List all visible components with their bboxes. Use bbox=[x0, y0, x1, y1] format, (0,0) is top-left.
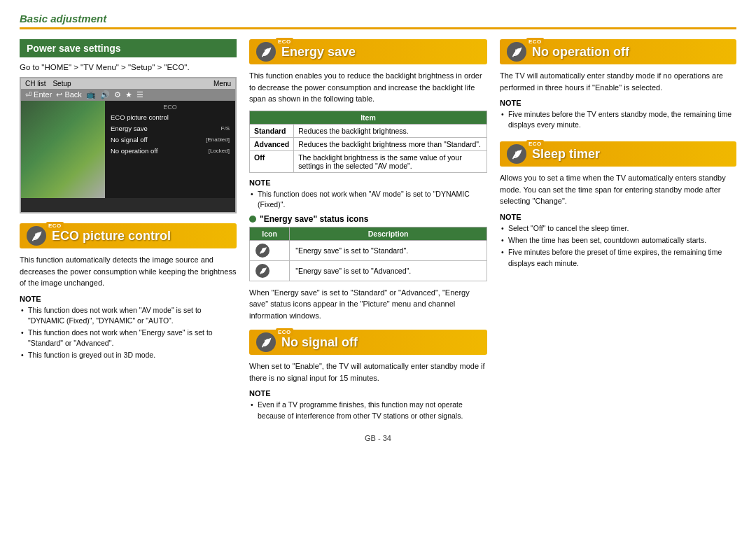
icon2: 🔊 bbox=[100, 90, 110, 99]
energy-table-header: Item bbox=[250, 111, 487, 124]
eco-picture-control-header: ECO ECO picture control bbox=[20, 223, 237, 248]
no-operation-off-title: No operation off bbox=[532, 45, 629, 59]
no-signal-off-title: No signal off bbox=[281, 335, 358, 350]
eco-leaf-icon-sleep bbox=[507, 144, 526, 164]
setup-label: Setup bbox=[52, 80, 71, 87]
no-operation-off-header: ECO No operation off bbox=[500, 39, 736, 64]
eco-picture-control-title: ECO picture control bbox=[52, 229, 171, 244]
no-signal-off-header: ECO No signal off bbox=[249, 330, 487, 355]
middle-column: ECO Energy save This function enables yo… bbox=[249, 39, 487, 423]
off-label: Off bbox=[250, 150, 294, 172]
icon-advanced bbox=[250, 260, 290, 281]
energy-status-title: "Energy save" status icons bbox=[249, 214, 487, 224]
eco-leaf-icon-energy bbox=[256, 42, 276, 62]
section-heading: Basic adjustment bbox=[20, 13, 736, 29]
eco-picture-note-2: This function does not work when "Energy… bbox=[20, 328, 237, 349]
energy-save-note-1: This function does not work when "AV mod… bbox=[249, 189, 487, 210]
table-row-advanced: Advanced Reduces the backlight brightnes… bbox=[250, 137, 487, 150]
eco-badge-picture: ECO bbox=[46, 222, 64, 230]
menu-label: Menu bbox=[214, 80, 231, 87]
tv-menu-icon-row: ⏎ Enter ↩ Back 📺 🔊 ⚙ ★ ☰ bbox=[21, 89, 235, 101]
power-save-title: Power save settings bbox=[20, 39, 237, 57]
left-column: Power save settings Go to "HOME" > "TV M… bbox=[20, 39, 237, 363]
icon4: ★ bbox=[125, 90, 132, 99]
advanced-desc: Reduces the backlight brightness more th… bbox=[294, 137, 487, 150]
no-operation-label: No operation off bbox=[111, 147, 158, 155]
eco-badge-operation: ECO bbox=[526, 38, 544, 45]
energy-status-body: When "Energy save" is set to "Standard" … bbox=[249, 287, 487, 322]
icon-row-standard: "Energy save" is set to "Standard". bbox=[250, 240, 487, 260]
tv-menu-item-no-signal: No signal off [Enabled] bbox=[108, 134, 232, 145]
leaf-icon-advanced bbox=[255, 264, 270, 278]
no-signal-note-title: NOTE bbox=[249, 389, 487, 398]
energy-save-table: Item Standard Reduces the backlight brig… bbox=[249, 111, 487, 173]
icon1: 📺 bbox=[86, 90, 96, 99]
no-signal-label: No signal off bbox=[111, 136, 148, 143]
energy-save-title: Energy save bbox=[281, 45, 356, 59]
eco-badge-signal: ECO bbox=[276, 328, 293, 336]
main-columns: Power save settings Go to "HOME" > "TV M… bbox=[20, 39, 736, 423]
tv-menu-item-eco-picture: ECO picture control bbox=[108, 112, 232, 122]
energy-status-label: "Energy save" status icons bbox=[260, 214, 368, 224]
tv-menu-top-bar: CH list Setup Menu bbox=[21, 78, 235, 89]
no-operation-note-title: NOTE bbox=[500, 99, 736, 107]
sleep-timer-note-title: NOTE bbox=[500, 213, 736, 221]
no-operation-note-1: Five minutes before the TV enters standb… bbox=[500, 109, 736, 130]
energy-save-value: F/S bbox=[221, 125, 230, 132]
sleep-timer-note-2: When the time has been set, countdown au… bbox=[500, 235, 736, 246]
icon-col-header: Icon bbox=[250, 227, 290, 240]
tv-menu-item-energy-save: Energy save F/S bbox=[108, 123, 232, 134]
tv-menu-right-panel: ECO ECO picture control Energy save F/S … bbox=[105, 101, 235, 198]
advanced-label: Advanced bbox=[250, 137, 294, 150]
sleep-timer-notes: Select "Off" to cancel the sleep timer. … bbox=[500, 223, 736, 269]
energy-save-label: Energy save bbox=[111, 125, 148, 132]
tv-menu-item-no-operation: No operation off [Locked] bbox=[108, 146, 232, 156]
icon-standard-desc: "Energy save" is set to "Standard". bbox=[290, 240, 487, 260]
eco-leaf-icon-signal bbox=[256, 332, 276, 352]
right-column: ECO No operation off The TV will automat… bbox=[500, 39, 736, 270]
off-desc: The backlight brightness is the same val… bbox=[294, 150, 487, 172]
standard-label: Standard bbox=[250, 124, 294, 137]
no-operation-value: [Locked] bbox=[209, 148, 230, 154]
energy-save-body: This function enables you to reduce the … bbox=[249, 70, 487, 105]
icon3: ⚙ bbox=[114, 90, 121, 99]
green-dot-icon bbox=[249, 216, 256, 223]
tv-menu-mockup: CH list Setup Menu ⏎ Enter ↩ Back 📺 🔊 ⚙ … bbox=[20, 77, 237, 213]
no-signal-notes: Even if a TV programme finishes, this fu… bbox=[249, 400, 487, 421]
no-signal-value: [Enabled] bbox=[206, 136, 230, 143]
no-operation-notes: Five minutes before the TV enters standb… bbox=[500, 109, 736, 130]
energy-save-notes: This function does not work when "AV mod… bbox=[249, 189, 487, 210]
icon-advanced-desc: "Energy save" is set to "Advanced". bbox=[290, 260, 487, 281]
eco-leaf-icon-picture bbox=[27, 226, 46, 246]
enter-icon: ⏎ Enter bbox=[25, 90, 52, 99]
ch-list-label: CH list bbox=[25, 80, 46, 87]
back-icon: ↩ Back bbox=[56, 90, 82, 99]
sleep-timer-title: Sleep timer bbox=[532, 147, 600, 162]
eco-badge-energy: ECO bbox=[276, 38, 293, 45]
sleep-timer-note-1: Select "Off" to cancel the sleep timer. bbox=[500, 223, 736, 234]
icon5: ☰ bbox=[136, 90, 144, 99]
eco-picture-note-3: This function is greyed out in 3D mode. bbox=[20, 350, 237, 360]
no-signal-note-1: Even if a TV programme finishes, this fu… bbox=[249, 400, 487, 421]
desc-col-header: Description bbox=[290, 227, 487, 240]
energy-save-header: ECO Energy save bbox=[249, 39, 487, 64]
eco-picture-control-body: This function automatically detects the … bbox=[20, 254, 237, 289]
standard-desc: Reduces the backlight brightness. bbox=[294, 124, 487, 137]
table-row-standard: Standard Reduces the backlight brightnes… bbox=[250, 124, 487, 137]
tv-menu-top-left: CH list Setup bbox=[25, 80, 71, 87]
page-container: Basic adjustment Power save settings Go … bbox=[0, 0, 756, 455]
tv-preview-image bbox=[21, 101, 105, 198]
sleep-timer-body: Allows you to set a time when the TV aut… bbox=[500, 172, 736, 207]
no-signal-body: When set to "Enable", the TV will automa… bbox=[249, 360, 487, 384]
eco-picture-notes: This function does not work when "AV mod… bbox=[20, 305, 237, 361]
icon-standard bbox=[250, 240, 290, 260]
icon-description-table: Icon Description "Energy save" is set to… bbox=[249, 227, 487, 281]
no-operation-body: The TV will automatically enter standby … bbox=[500, 70, 736, 93]
sleep-timer-header: ECO Sleep timer bbox=[500, 141, 736, 167]
tv-menu-content: ECO ECO picture control Energy save F/S … bbox=[21, 101, 235, 198]
eco-picture-note-title: NOTE bbox=[20, 295, 237, 303]
sleep-timer-note-3: Five minutes before the preset of time e… bbox=[500, 247, 736, 268]
table-row-off: Off The backlight brightness is the same… bbox=[250, 150, 487, 172]
page-footer: GB - 34 bbox=[20, 434, 736, 442]
leaf-icon-standard bbox=[255, 244, 270, 258]
